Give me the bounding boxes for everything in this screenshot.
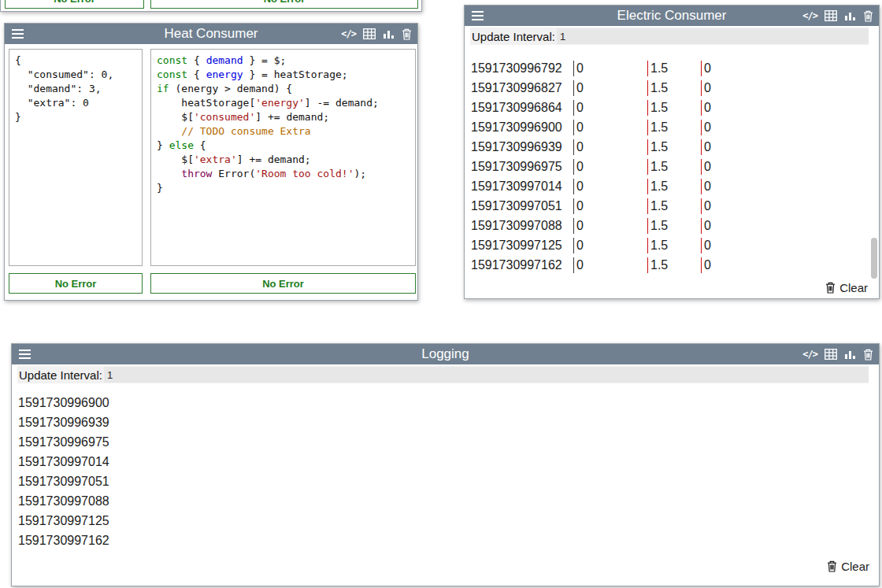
menu-icon[interactable] [19, 349, 31, 359]
update-interval-input[interactable] [557, 28, 869, 44]
table-row: 159173099705101.50 [471, 196, 865, 216]
list-item: 1591730996939 [18, 412, 109, 432]
clear-button[interactable]: Clear [825, 281, 868, 294]
panel-header[interactable]: Electric Consumer </> [465, 6, 879, 26]
chart-icon[interactable] [383, 28, 395, 39]
table-row: 159173099697501.50 [471, 157, 865, 176]
panel-header[interactable]: Logging </> [12, 344, 879, 364]
table-row: 159173099679201.50 [471, 58, 865, 78]
table-row: 159173099701401.50 [471, 176, 865, 196]
table-row: 159173099690001.50 [471, 117, 865, 137]
menu-icon[interactable] [472, 11, 484, 20]
list-item: 1591730997125 [18, 511, 109, 531]
panel-title: Electric Consumer [512, 6, 832, 26]
data-table: 159173099679201.50159173099682701.501591… [471, 58, 865, 275]
trash-icon[interactable] [402, 28, 412, 40]
status-badge: No Error [5, 0, 144, 9]
code-line: $['consumed'] += demand; [157, 110, 410, 124]
trash-icon[interactable] [863, 349, 873, 361]
list-item: 1591730997162 [18, 531, 109, 550]
chart-icon[interactable] [844, 10, 856, 21]
state-line: "consumed": 0, [15, 68, 136, 82]
state-line: "extra": 0 [15, 96, 136, 110]
chart-icon[interactable] [844, 349, 856, 360]
status-label: No Error [55, 278, 97, 290]
update-interval-label: Update Interval: [17, 368, 102, 382]
header-toolbar: </> [802, 6, 873, 26]
log-list: 1591730996900159173099693915917309969751… [18, 393, 109, 550]
table-icon[interactable] [825, 349, 837, 360]
table-icon[interactable] [825, 10, 837, 21]
logging-panel: Logging </> Update Interval: 15917309969… [11, 343, 880, 586]
table-row: 159173099708801.50 [471, 216, 865, 235]
list-item: 1591730996975 [18, 432, 109, 452]
list-item: 1591730997014 [18, 452, 109, 472]
code-editor[interactable]: const { demand } = $;const { energy } = … [150, 49, 416, 266]
code-line: $['extra'] += demand; [157, 153, 410, 167]
code-line: heatStorage['energy'] -= demand; [157, 96, 410, 110]
update-interval-label: Update Interval: [470, 30, 555, 43]
electric-consumer-panel: Electric Consumer </> Update Interval: 1… [464, 5, 880, 299]
cutoff-panel: No Error No Error [0, 0, 422, 12]
clear-label: Clear [839, 281, 868, 294]
state-line: } [15, 110, 136, 124]
trash-icon [827, 560, 837, 572]
panel-header[interactable]: Heat Consumer </> [5, 24, 417, 44]
table-row: 159173099712501.50 [471, 235, 865, 255]
code-line: const { energy } = heatStorage; [157, 68, 410, 82]
list-item: 1591730996900 [18, 393, 109, 412]
table-row: 159173099716201.50 [471, 255, 865, 275]
scrollbar-thumb[interactable] [871, 238, 877, 279]
list-item: 1591730997088 [18, 491, 109, 511]
status-label: No Error [54, 0, 95, 5]
header-toolbar: </> [341, 24, 412, 44]
status-badge: No Error [9, 273, 143, 294]
table-row: 159173099686401.50 [471, 98, 865, 117]
state-editor[interactable]: { "consumed": 0, "demand": 3, "extra": 0… [9, 49, 143, 266]
update-interval-row: Update Interval: [470, 28, 869, 45]
heat-consumer-panel: Heat Consumer </> { "consumed": 0, "dema… [4, 23, 418, 301]
status-label: No Error [264, 0, 306, 5]
menu-icon[interactable] [12, 29, 24, 39]
code-line: throw Error('Room too cold!'); [157, 167, 410, 181]
state-line: "demand": 3, [15, 82, 136, 96]
code-line: } [157, 181, 410, 195]
code-icon[interactable]: </> [802, 349, 817, 360]
table-row: 159173099682701.50 [471, 78, 865, 98]
status-badge: No Error [150, 273, 416, 294]
status-badge: No Error [150, 0, 418, 9]
clear-label: Clear [841, 560, 869, 573]
panel-title: Logging [59, 344, 832, 364]
code-line: } else { [157, 139, 410, 153]
update-interval-row: Update Interval: [17, 366, 869, 383]
table-row: 159173099693901.50 [471, 137, 865, 157]
trash-icon[interactable] [863, 10, 873, 22]
code-icon[interactable]: </> [341, 28, 356, 39]
update-interval-input[interactable] [104, 367, 869, 383]
clear-button[interactable]: Clear [827, 560, 869, 573]
table-icon[interactable] [363, 28, 376, 39]
status-label: No Error [262, 278, 304, 290]
code-line: const { demand } = $; [157, 54, 410, 68]
panel-title: Heat Consumer [52, 24, 370, 44]
state-line: { [15, 54, 136, 68]
trash-icon [825, 282, 836, 294]
code-icon[interactable]: </> [802, 10, 817, 21]
code-line: // TODO consume Extra [157, 124, 410, 139]
list-item: 1591730997051 [18, 472, 109, 491]
code-line: if (energy > demand) { [157, 82, 410, 96]
header-toolbar: </> [802, 344, 873, 364]
